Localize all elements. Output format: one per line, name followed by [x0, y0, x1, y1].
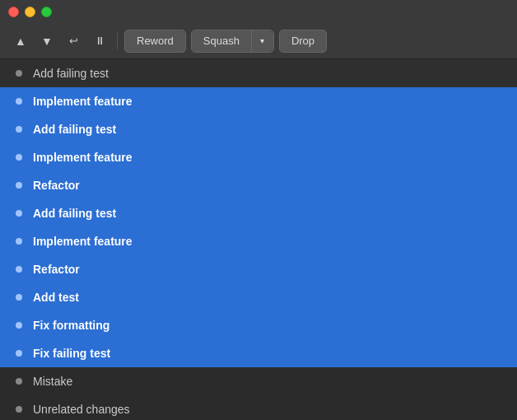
- dot-col: [12, 182, 26, 189]
- commit-dot: [16, 322, 22, 329]
- commit-dot: [16, 126, 22, 133]
- commit-label: Add test: [26, 291, 79, 304]
- squash-button[interactable]: Squash: [192, 30, 252, 53]
- list-item[interactable]: Implement feature: [0, 227, 517, 255]
- commit-dot: [16, 350, 22, 357]
- commit-label: Implement feature: [26, 95, 133, 108]
- list-item[interactable]: Add failing test: [0, 115, 517, 143]
- commit-dot: [16, 182, 22, 189]
- list-item[interactable]: Add failing test: [0, 199, 517, 227]
- dot-col: [12, 238, 26, 245]
- pause-button[interactable]: ⏸: [89, 30, 110, 52]
- dot-col: [12, 322, 26, 329]
- dot-col: [12, 70, 26, 77]
- commit-dot: [16, 266, 22, 273]
- list-item[interactable]: Implement feature: [0, 87, 517, 115]
- list-item[interactable]: Add failing test: [0, 59, 517, 87]
- drop-button[interactable]: Drop: [279, 30, 327, 53]
- commit-label: Add failing test: [26, 67, 109, 80]
- commit-label: Implement feature: [26, 151, 133, 164]
- commit-dot: [16, 70, 22, 77]
- dot-col: [12, 266, 26, 273]
- commit-dot: [16, 238, 22, 245]
- commit-label: Refactor: [26, 263, 80, 276]
- undo-button[interactable]: ↩: [63, 30, 84, 52]
- list-item[interactable]: Refactor: [0, 255, 517, 283]
- title-bar: [0, 0, 517, 23]
- toolbar-separator: [117, 33, 118, 49]
- list-item[interactable]: Unrelated changes: [0, 395, 517, 420]
- commit-label: Add failing test: [26, 207, 116, 220]
- reword-button[interactable]: Reword: [124, 30, 186, 53]
- commit-label: Implement feature: [26, 235, 133, 248]
- commit-dot: [16, 294, 22, 301]
- squash-dropdown-button[interactable]: ▾: [252, 30, 273, 53]
- list-item[interactable]: Refactor: [0, 171, 517, 199]
- squash-group: Squash ▾: [191, 30, 274, 53]
- arrow-up-button[interactable]: ▲: [10, 30, 31, 52]
- dot-col: [12, 378, 26, 385]
- close-button[interactable]: [8, 7, 19, 17]
- commit-label: Fix formatting: [26, 319, 109, 332]
- dot-col: [12, 154, 26, 161]
- commit-dot: [16, 210, 22, 217]
- commit-label: Refactor: [26, 179, 80, 192]
- commit-dot: [16, 378, 22, 385]
- maximize-button[interactable]: [41, 7, 52, 17]
- commit-label: Unrelated changes: [26, 403, 130, 416]
- commit-dot: [16, 154, 22, 161]
- dot-col: [12, 98, 26, 105]
- list-item[interactable]: Add test: [0, 283, 517, 311]
- dot-col: [12, 294, 26, 301]
- commit-label: Fix failing test: [26, 347, 110, 360]
- commit-label: Mistake: [26, 375, 72, 388]
- list-item[interactable]: Fix failing test: [0, 339, 517, 367]
- dot-col: [12, 210, 26, 217]
- commit-label: Add failing test: [26, 123, 116, 136]
- dot-col: [12, 406, 26, 413]
- list-item[interactable]: Fix formatting: [0, 311, 517, 339]
- arrow-down-button[interactable]: ▼: [36, 30, 58, 52]
- list-item[interactable]: Implement feature: [0, 143, 517, 171]
- dot-col: [12, 350, 26, 357]
- commit-dot: [16, 98, 22, 105]
- commit-dot: [16, 406, 22, 413]
- dot-col: [12, 126, 26, 133]
- list-item[interactable]: Mistake: [0, 367, 517, 395]
- minimize-button[interactable]: [25, 7, 35, 17]
- commit-list: Add failing testImplement featureAdd fai…: [0, 59, 517, 420]
- toolbar: ▲ ▼ ↩ ⏸ Reword Squash ▾ Drop: [0, 23, 517, 59]
